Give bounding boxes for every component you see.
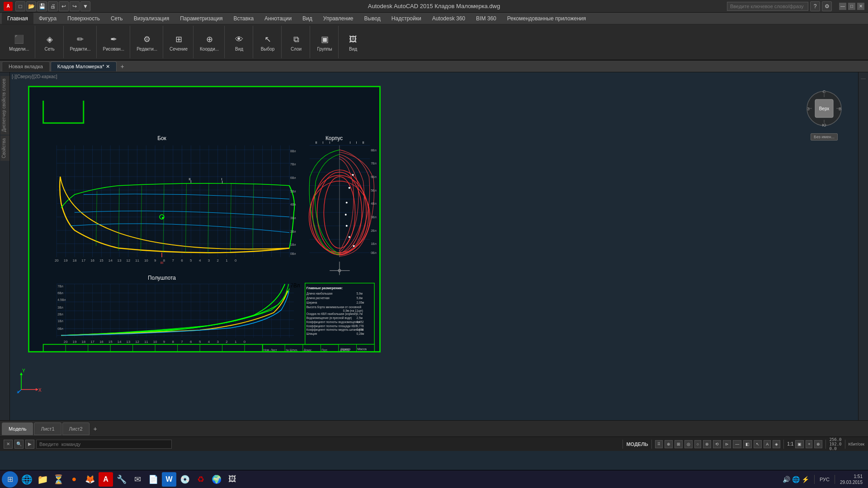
section-btn[interactable]: ⊞ Сечение [168,31,189,53]
word-icon[interactable]: W [162,472,176,487]
view1-btn[interactable]: 👁 Вид [229,31,249,53]
clock-display[interactable]: 1:51 29.03.2015 [840,474,863,485]
tab-home[interactable]: Главная [2,13,33,24]
autocad-taskbar-icon[interactable]: A [99,472,113,487]
ortho-btn[interactable]: ⊞ [675,440,683,448]
tab-annotate[interactable]: Аннотации [259,13,297,24]
zoom-btn[interactable]: + [806,440,812,448]
tab-addins[interactable]: Надстройки [386,13,427,24]
edit1-btn[interactable]: ✏ Редакти... [68,31,93,53]
settings-icon[interactable]: ⚙ [822,1,832,11]
undo-btn[interactable]: ↩ [59,1,69,11]
grid-btn[interactable]: ⠿ [655,440,663,448]
media-icon[interactable]: ⏳ [51,472,66,487]
snap-btn[interactable]: ⊕ [665,440,673,448]
edit2-btn[interactable]: ⚙ Редакти... [135,31,159,53]
save-btn[interactable]: 💾 [37,1,47,11]
lang-indicator[interactable]: РУС [820,477,830,482]
layers-icon: ⧉ [289,32,303,47]
coord-z: 0.0 [829,446,841,451]
tab-new[interactable]: Новая вкладка [2,61,50,71]
search-command-btn[interactable]: 🔍 [14,440,24,449]
annotscale-btn[interactable]: ◈ [773,440,780,448]
minimize-btn[interactable]: — [839,3,846,10]
select-btn[interactable]: ↖ Выбор [258,31,278,53]
osnap-btn[interactable]: ○ [694,440,701,448]
svg-text:19: 19 [64,258,68,263]
svg-text:II: II [316,141,317,144]
open-btn[interactable]: 📂 [26,1,36,11]
paint-icon[interactable]: ● [67,472,81,487]
tab-model[interactable]: Модель [2,422,33,435]
tab-insert[interactable]: Вставка [228,13,259,24]
draw-btn[interactable]: ✒ Рисован... [101,31,127,53]
tab-sheet1[interactable]: Лист1 [34,422,61,435]
canvas-area: [-][Сверху][2D-каркас] [10,72,858,420]
tab-sheet2[interactable]: Лист2 [62,422,90,435]
tab-manage[interactable]: Управление [318,13,359,24]
model-btn[interactable]: ⬛ Модели... [7,31,31,53]
tab-bim360[interactable]: BIM 360 [471,13,502,24]
disk-icon[interactable]: 💿 [178,472,192,487]
command-input[interactable] [36,440,172,449]
search-input[interactable] [727,2,808,11]
coords-btn[interactable]: ⊕ Коорди... [198,31,221,53]
tab-render[interactable]: Визуализация [128,13,175,24]
properties-label[interactable]: Свойства [0,136,9,161]
sel-btn[interactable]: ↖ [754,440,762,448]
tray-icon-3[interactable]: ⚡ [802,476,809,483]
print-btn[interactable]: 🖨 [48,1,58,11]
tools-icon[interactable]: 🔧 [114,472,129,487]
pdf-icon[interactable]: 📄 [146,472,160,487]
tray-icon-1[interactable]: 🔊 [783,476,790,483]
no-name-btn[interactable]: Без имен... [804,133,844,141]
lweight-btn[interactable]: — [733,440,741,448]
scroll-handle[interactable]: │ [861,76,866,82]
add-sheet-btn[interactable]: + [90,424,100,434]
viewport-btn[interactable]: ▣ [795,440,804,448]
maximize-btn[interactable]: □ [848,3,855,10]
view2-btn[interactable]: 🖼 Вид [343,31,363,53]
chrome-icon[interactable]: 🌍 [209,472,224,487]
transp-btn[interactable]: ◧ [743,440,752,448]
svg-text:3Вл: 3Вл [290,216,296,220]
nav-btn[interactable]: ⊕ [814,440,822,448]
mesh-btn[interactable]: ◈ Сеть [40,31,60,53]
menu-btn[interactable]: ▼ [80,1,90,11]
menu-command-btn[interactable]: ▶ [25,440,34,449]
tab-surface[interactable]: Поверхность [62,13,105,24]
tab-view[interactable]: Вид [297,13,318,24]
tab-output[interactable]: Вывод [359,13,386,24]
layers-btn[interactable]: ⧉ Слои [286,31,306,53]
tab-parametric[interactable]: Параметризация [175,13,228,24]
image-icon[interactable]: 🖼 [225,472,240,487]
view2-icon: 🖼 [346,32,360,47]
help-icon[interactable]: ? [810,1,820,11]
tab-mesh[interactable]: Сеть [105,13,128,24]
tab-figure[interactable]: Фигура [33,13,62,24]
tab-a360[interactable]: Autodesk 360 [427,13,471,24]
recycle-icon[interactable]: ♻ [193,472,208,487]
properties-manager-label[interactable]: Диспетчер свойств слоев [0,76,9,135]
tab-apps[interactable]: Рекомендованные приложения [502,13,591,24]
mail-icon[interactable]: ✉ [130,472,145,487]
annotmon-btn[interactable]: A [764,440,771,448]
ie-icon[interactable]: 🌐 [19,472,34,487]
firefox-icon[interactable]: 🦊 [83,472,97,487]
close-btn[interactable]: ✕ [857,3,864,10]
close-command-btn[interactable]: ✕ [4,440,13,449]
mesh-icon: ◈ [42,32,57,47]
groups-btn[interactable]: ▣ Группы [315,31,335,53]
add-tab-btn[interactable]: + [118,61,127,71]
tab-main-doc[interactable]: Кладов Маломерка* ✕ [51,61,117,71]
ducs-btn[interactable]: ⟲ [713,440,721,448]
start-button[interactable]: ⊞ [2,471,18,488]
new-btn[interactable]: □ [15,1,25,11]
otrack-btn[interactable]: ⊗ [703,440,711,448]
folder-icon[interactable]: 📁 [35,472,50,487]
redo-btn[interactable]: ↪ [70,1,80,11]
tray-icon-2[interactable]: 🌐 [792,476,800,483]
dyn-btn[interactable]: ⊳ [723,440,731,448]
polar-btn[interactable]: ◎ [684,440,693,448]
model-label: МОДЕЛЬ [626,441,648,447]
